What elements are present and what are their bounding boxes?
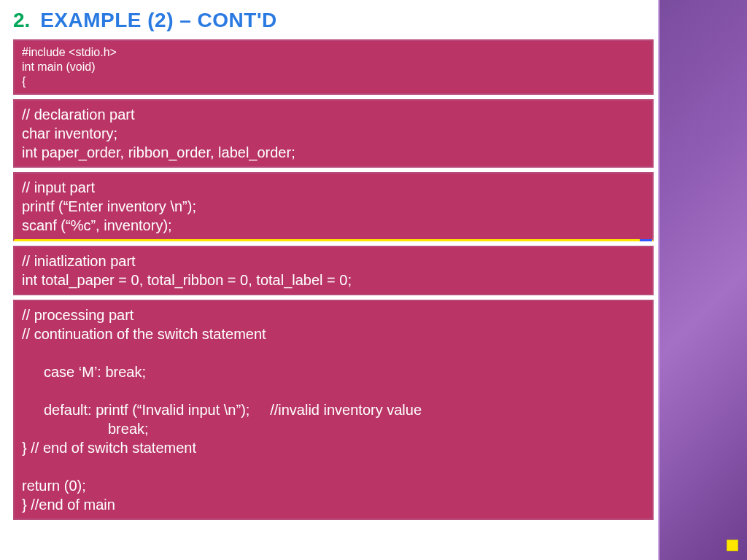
code-line: char inventory; xyxy=(22,124,645,143)
slide-title: 2. EXAMPLE (2) – CONT'D xyxy=(13,9,277,32)
slide-content: #include <stdio.h> int main (void) { // … xyxy=(13,39,654,524)
code-line: // processing part xyxy=(22,306,645,324)
code-line: printf (“Enter inventory \n”); xyxy=(22,197,645,216)
code-line: default: printf (“Invalid input \n”); //… xyxy=(22,400,645,419)
blank-line xyxy=(22,457,645,476)
code-line: int total_paper = 0, total_ribbon = 0, t… xyxy=(22,271,645,289)
blank-line xyxy=(22,343,645,362)
code-line: scanf (“%c”, inventory); xyxy=(22,216,645,235)
code-block-processing: // processing part // continuation of th… xyxy=(13,300,654,520)
title-number: 2. xyxy=(13,9,30,31)
code-block-declaration: // declaration part char inventory; int … xyxy=(13,99,654,168)
code-line: // iniatlization part xyxy=(22,252,645,271)
code-line: return (0); xyxy=(22,476,645,495)
code-block-initialization: // iniatlization part int total_paper = … xyxy=(13,246,654,295)
code-line: break; xyxy=(22,419,645,438)
code-line: } // end of switch statement xyxy=(22,438,645,457)
code-block-header: #include <stdio.h> int main (void) { xyxy=(13,39,654,95)
code-line: #include <stdio.h> xyxy=(22,45,645,60)
title-text: EXAMPLE (2) – CONT'D xyxy=(40,9,277,31)
code-line: // input part xyxy=(22,178,645,197)
code-line: int paper_order, ribbon_order, label_ord… xyxy=(22,143,645,162)
code-line: // continuation of the switch statement xyxy=(22,324,645,343)
code-line: } //end of main xyxy=(22,495,645,514)
code-line: case ‘M’: break; xyxy=(22,362,645,381)
blank-line xyxy=(22,381,645,400)
decorative-corner-square xyxy=(727,540,738,551)
code-line: // declaration part xyxy=(22,105,645,124)
code-line: int main (void) xyxy=(22,60,645,74)
decorative-right-band xyxy=(659,0,747,560)
code-block-input: // input part printf (“Enter inventory \… xyxy=(13,172,654,241)
slide: 2. EXAMPLE (2) – CONT'D #include <stdio.… xyxy=(0,0,747,560)
code-line: { xyxy=(22,74,645,89)
